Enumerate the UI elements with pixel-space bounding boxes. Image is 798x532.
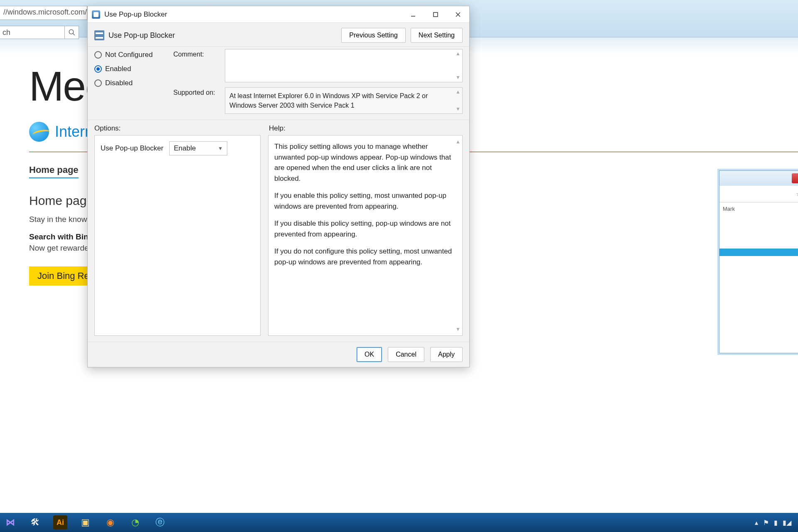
radio-enabled[interactable]: Enabled (94, 65, 165, 73)
radio-icon (94, 65, 102, 73)
dialog-body: Use Pop-up Blocker Enable ▼ This policy … (88, 135, 469, 342)
radio-not-configured[interactable]: Not Configured (94, 51, 165, 59)
help-panel: This policy setting allows you to manage… (268, 135, 463, 336)
close-icon[interactable]: ✕ (792, 173, 798, 183)
system-tray[interactable]: ▴ ⚑ ▮ ▮◢ (755, 519, 798, 527)
taskbar-folder-icon[interactable]: ▣ (78, 515, 92, 530)
tab-home-page[interactable]: Home page (29, 165, 79, 178)
tray-signal-icon[interactable]: ▮◢ (783, 519, 791, 527)
scrollbar[interactable]: ▲▼ (455, 89, 461, 113)
svg-line-1 (73, 33, 75, 35)
radio-label: Enabled (105, 65, 131, 73)
taskbar-firefox-icon[interactable]: ◉ (103, 515, 117, 530)
radio-disabled[interactable]: Disabled (94, 79, 165, 87)
chevron-down-icon: ▼ (218, 145, 223, 151)
apply-button[interactable]: Apply (430, 347, 463, 362)
dialog-footer: OK Cancel Apply (88, 342, 469, 367)
dialog-header-title: Use Pop-up Blocker (108, 31, 175, 40)
comment-field-row: Comment: ▲▼ (173, 49, 463, 82)
taskbar-visual-studio-icon[interactable]: ⋈ (3, 515, 17, 530)
minimize-button[interactable] (402, 6, 424, 23)
dialog-top-section: Not Configured Enabled Disabled Comment:… (88, 47, 469, 120)
options-label: Options: (94, 124, 261, 133)
help-paragraph: This policy setting allows you to manage… (274, 141, 452, 184)
ie-logo-icon (29, 122, 49, 142)
dialog-titlebar[interactable]: Use Pop-up Blocker (88, 6, 469, 23)
state-radio-group: Not Configured Enabled Disabled (94, 49, 165, 114)
scroll-up-icon[interactable]: ▲ (455, 138, 461, 145)
help-paragraph: If you do not configure this policy sett… (274, 246, 452, 267)
radio-label: Not Configured (105, 51, 153, 59)
taskbar-illustrator-icon[interactable]: Ai (53, 515, 67, 530)
help-paragraph: If you disable this policy setting, pop-… (274, 218, 452, 239)
supported-label: Supported on: (173, 87, 219, 96)
scroll-down-icon[interactable]: ▼ (455, 106, 461, 113)
maximize-button[interactable] (424, 6, 447, 23)
radio-label: Disabled (105, 79, 133, 87)
option-row: Use Pop-up Blocker Enable ▼ (101, 141, 254, 155)
previous-setting-button[interactable]: Previous Setting (341, 28, 406, 43)
scroll-up-icon[interactable]: ▲ (455, 50, 461, 57)
panel-labels: Options: Help: (88, 120, 469, 135)
taskbar: ⋈ 🛠 Ai ▣ ◉ ◔ ⓔ ▴ ⚑ ▮ ▮◢ (0, 513, 798, 532)
scrollbar[interactable]: ▲▼ (455, 50, 461, 81)
help-label: Help: (269, 124, 463, 133)
policy-dialog: Use Pop-up Blocker Use Pop-up Blocker Pr… (87, 6, 470, 367)
search-icon[interactable] (64, 26, 79, 39)
scroll-down-icon[interactable]: ▼ (455, 325, 461, 333)
accent-stripe (719, 249, 798, 256)
option-select[interactable]: Enable ▼ (169, 141, 227, 155)
radio-icon (94, 79, 102, 87)
user-name: Mark (719, 202, 798, 215)
taskbar-tools-icon[interactable]: 🛠 (28, 515, 42, 530)
comment-textbox[interactable]: ▲▼ (225, 49, 463, 82)
supported-text: At least Internet Explorer 6.0 in Window… (229, 92, 428, 109)
tray-up-icon[interactable]: ▴ (755, 519, 758, 527)
dialog-window-title: Use Pop-up Blocker (104, 10, 167, 19)
policy-icon (94, 30, 104, 40)
secondary-toolbar: ☆ ⚙ (719, 186, 798, 202)
secondary-window-titlebar: ✕ (719, 171, 798, 186)
background-secondary-window: ✕ ☆ ⚙ Mark (719, 170, 798, 353)
cancel-button[interactable]: Cancel (388, 347, 424, 362)
supported-textbox: At least Internet Explorer 6.0 in Window… (225, 87, 463, 114)
comment-label: Comment: (173, 49, 219, 58)
radio-icon (94, 51, 102, 59)
next-setting-button[interactable]: Next Setting (411, 28, 463, 43)
tray-flag-icon[interactable]: ⚑ (763, 519, 769, 527)
search-text: ch (2, 28, 10, 37)
option-name: Use Pop-up Blocker (101, 144, 163, 153)
dialog-titlebar-icon (92, 10, 100, 19)
tray-battery-icon[interactable]: ▮ (774, 519, 778, 527)
close-button[interactable] (447, 6, 469, 23)
svg-point-0 (69, 30, 74, 34)
address-bar[interactable]: //windows.microsoft.com/EN-US (0, 6, 87, 20)
option-select-value: Enable (174, 144, 196, 153)
help-paragraph: If you enable this policy setting, most … (274, 190, 452, 212)
browser-search[interactable]: ch (0, 26, 79, 39)
scroll-up-icon[interactable]: ▲ (455, 89, 461, 96)
dialog-header: Use Pop-up Blocker Previous Setting Next… (88, 23, 469, 47)
scrollbar[interactable]: ▲▼ (455, 138, 461, 333)
scroll-down-icon[interactable]: ▼ (455, 74, 461, 81)
supported-field-row: Supported on: At least Internet Explorer… (173, 87, 463, 114)
taskbar-ie-icon[interactable]: ⓔ (153, 515, 167, 530)
star-icon[interactable]: ☆ (796, 190, 798, 198)
options-panel: Use Pop-up Blocker Enable ▼ (94, 135, 261, 336)
svg-rect-3 (433, 12, 438, 17)
taskbar-utorrent-icon[interactable]: ◔ (128, 515, 142, 530)
ok-button[interactable]: OK (357, 347, 382, 362)
